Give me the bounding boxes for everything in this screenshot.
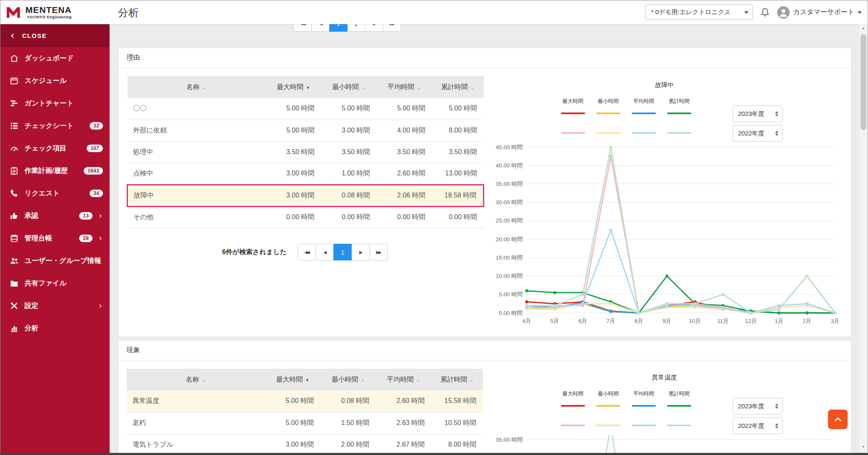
column-header[interactable]: 平均時間▲: [376, 369, 431, 390]
scrollbar-up-arrow-icon[interactable]: ▲: [859, 24, 868, 32]
sidebar-item-dashboard[interactable]: ダッシュボード: [0, 47, 110, 70]
pagination-page-current[interactable]: 1: [329, 24, 348, 32]
header-actions: * 0デモ用:エレクトロニクス カスタマーサポート: [645, 0, 862, 24]
column-header[interactable]: 最小時間▲: [320, 369, 376, 390]
table-row[interactable]: 点検中3.00 時間1.00 時間2.60 時間13.00 時間: [128, 163, 484, 185]
pagination-page-current[interactable]: 1: [333, 244, 352, 260]
pagination-arrow-icon: ▶: [359, 250, 362, 255]
pagination-arrow-icon: ▶▶: [390, 24, 394, 26]
column-header-label: 累計時間: [440, 376, 467, 383]
table-row[interactable]: 故障中3.00 時間0.08 時間2.06 時間18.58 時間: [128, 185, 484, 206]
cell-value: 5.00 時間: [432, 98, 484, 120]
sort-asc-icon: ▲: [470, 85, 475, 90]
cell-value: 2.00 時間: [320, 434, 376, 453]
pagination-arrow-icon: ◀◀: [304, 250, 309, 255]
sidebar-item-check-sheet[interactable]: チェックシート32: [0, 115, 110, 137]
pagination-button[interactable]: ▶: [351, 244, 370, 260]
count-badge: 1643: [84, 167, 103, 175]
pagination-button[interactable]: ▶▶: [369, 244, 388, 260]
chevron-right-icon: [98, 303, 103, 309]
pagination-button[interactable]: ◀◀: [293, 24, 312, 32]
user-menu[interactable]: カスタマーサポート: [777, 6, 862, 19]
table-row[interactable]: 老朽5.00 時間1.50 時間2.63 時間10.50 時間: [127, 412, 483, 434]
column-header[interactable]: 最大時間▼: [265, 369, 320, 390]
table-row[interactable]: 処理中3.50 時間3.50 時間3.50 時間3.50 時間: [128, 141, 484, 163]
svg-text:45.00 時間: 45.00 時間: [495, 144, 523, 150]
brand-logo[interactable]: MENTENA YACHIYO Engineering: [0, 0, 110, 24]
svg-text:40.00 時間: 40.00 時間: [495, 162, 523, 169]
svg-text:8月: 8月: [635, 318, 643, 324]
main-content: ◀◀◀12▶▶▶ 理由 名称▲最大時間▼最小時間▲平均時間▲累計時間▲〇〇5.0…: [110, 24, 868, 453]
cell-value: 3.00 時間: [265, 434, 320, 453]
app-window: MENTENA YACHIYO Engineering 分析 * 0デモ用:エレ…: [0, 0, 868, 455]
vertical-scrollbar[interactable]: ▲ ▼: [859, 24, 868, 451]
sidebar-item-analysis[interactable]: 分析: [0, 317, 110, 340]
column-header[interactable]: 最小時間▲: [321, 76, 377, 98]
svg-text:25.00 時間: 25.00 時間: [495, 218, 523, 224]
count-badge: 107: [87, 145, 103, 152]
chart-legend-swatches: [555, 112, 697, 114]
tenant-select[interactable]: * 0デモ用:エレクトロニクス: [645, 5, 753, 20]
year-select[interactable]: 2022年度: [733, 418, 783, 434]
scrollbar-thumb[interactable]: [860, 34, 866, 130]
sidebar-item-check-items[interactable]: チェック項目107: [0, 137, 110, 160]
year-select-value: 2022年度: [738, 422, 764, 430]
column-header[interactable]: 名称▲: [127, 369, 265, 390]
sidebar-item-gantt-chart[interactable]: ガントチャート: [0, 92, 110, 115]
svg-text:2月: 2月: [803, 318, 811, 324]
table-row[interactable]: 電気トラブル3.00 時間2.00 時間2.67 時間8.00 時間: [127, 434, 483, 453]
brand-subtitle: YACHIYO Engineering: [25, 15, 72, 19]
cell-value: 0.08 時間: [321, 185, 377, 206]
chart-legend-labels: 最大時間最小時間平均時間累計時間: [555, 98, 697, 105]
scrollbar-down-arrow-icon[interactable]: ▼: [859, 443, 868, 451]
sidebar-item-approval[interactable]: 承認13: [0, 205, 110, 227]
chart-legend-swatches: [555, 405, 697, 407]
phone-icon: [10, 189, 19, 198]
avatar: [777, 6, 790, 19]
year-select[interactable]: 2023年度: [733, 398, 783, 415]
pagination-button[interactable]: 2: [347, 24, 365, 32]
sidebar-item-settings[interactable]: 設定: [0, 295, 110, 317]
sidebar-item-label: チェックシート: [25, 121, 74, 130]
table-row[interactable]: 〇〇5.00 時間5.00 時間5.00 時間5.00 時間: [128, 98, 484, 120]
legend-swatch: [632, 112, 656, 114]
column-header[interactable]: 最大時間▼: [266, 76, 321, 98]
table-row[interactable]: その他0.00 時間0.00 時間0.00 時間0.00 時間: [128, 206, 484, 228]
sidebar-item-ledger[interactable]: 管理台帳28: [0, 227, 110, 250]
table-row[interactable]: 外部に依頼5.00 時間3.00 時間4.00 時間8.00 時間: [128, 120, 484, 141]
table-row[interactable]: 異常温度5.00 時間0.08 時間2.60 時間15.58 時間: [127, 390, 483, 412]
sidebar-item-user-group-info[interactable]: ユーザー・グループ情報: [0, 250, 110, 272]
legend-swatch: [596, 112, 620, 114]
column-header[interactable]: 名称▲: [128, 76, 266, 98]
top-header: MENTENA YACHIYO Engineering 分析 * 0デモ用:エレ…: [0, 0, 868, 24]
sidebar-item-schedule[interactable]: スケジュール: [0, 70, 110, 92]
sidebar-close-button[interactable]: CLOSE: [0, 24, 110, 47]
pagination-arrow-icon: ◀: [323, 250, 326, 255]
count-badge: 34: [90, 190, 103, 198]
line-chart: 0.00 時間5.00 時間10.00 時間15.00 時間20.00 時間25…: [485, 143, 843, 331]
year-select[interactable]: 2022年度: [733, 125, 783, 142]
chart-title: 故障中: [485, 81, 844, 89]
pagination-button[interactable]: ◀: [311, 24, 330, 32]
sidebar-item-request[interactable]: リクエスト34: [0, 182, 110, 205]
svg-text:7月: 7月: [606, 318, 615, 324]
column-header[interactable]: 平均時間▲: [377, 76, 432, 98]
pagination-button[interactable]: ◀: [315, 244, 334, 260]
cell-value: 1.00 時間: [321, 163, 377, 185]
scroll-to-top-button[interactable]: [828, 410, 848, 429]
cell-value: 3.00 時間: [321, 120, 377, 141]
notifications-bell-icon[interactable]: [760, 7, 770, 18]
pagination-button[interactable]: ▶: [365, 24, 383, 32]
column-header[interactable]: 累計時間▲: [432, 76, 484, 98]
year-select[interactable]: 2023年度: [733, 105, 783, 122]
sidebar-item-work-plan-history[interactable]: 作業計画/履歴1643: [0, 160, 110, 182]
cell-value: 3.50 時間: [432, 141, 484, 163]
pagination-button[interactable]: ▶▶: [383, 24, 401, 32]
checklist-icon: [10, 121, 19, 130]
clipboard-icon: [10, 166, 19, 175]
cell-value: 3.00 時間: [266, 163, 321, 185]
pagination-button[interactable]: ◀◀: [298, 244, 316, 260]
column-header[interactable]: 累計時間▲: [431, 369, 483, 390]
cell-value: 1.50 時間: [320, 412, 376, 434]
sidebar-item-shared-files[interactable]: 共有ファイル: [0, 272, 110, 295]
